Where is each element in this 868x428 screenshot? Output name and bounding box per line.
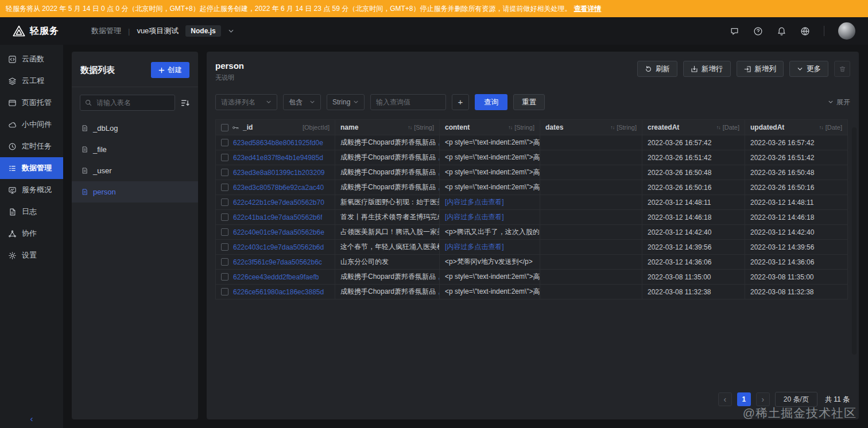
sidebar-item-cloud-function[interactable]: 云函数 <box>0 48 63 70</box>
table-list-item[interactable]: _file <box>72 139 198 160</box>
sidebar-item-settings[interactable]: 设置 <box>0 244 63 266</box>
query-button[interactable]: 查询 <box>475 94 507 110</box>
cell-updatedAt: 2022-03-08 11:32:38 <box>745 285 848 299</box>
cell-createdAt: 2022-03-08 11:35:00 <box>642 270 745 285</box>
refresh-icon <box>645 65 652 73</box>
row-id-link[interactable]: 623ed3c80578b6e92ca2ac40 <box>233 184 324 192</box>
sidebar-item-data-management[interactable]: 数据管理 <box>0 157 63 179</box>
cell-createdAt: 2022-03-12 14:46:18 <box>642 210 745 225</box>
row-checkbox[interactable] <box>221 199 228 206</box>
cell-dates <box>540 195 642 210</box>
reset-button[interactable]: 重置 <box>513 94 545 110</box>
table-list-item[interactable]: person <box>72 181 198 203</box>
row-checkbox[interactable] <box>221 139 228 146</box>
add-row-button[interactable]: 新增行 <box>683 61 731 77</box>
filter-value-input[interactable] <box>370 94 446 110</box>
help-icon[interactable] <box>753 26 763 36</box>
sidebar-item-cloud-project[interactable]: 云工程 <box>0 70 63 92</box>
sort-icon[interactable]: ↑↓ <box>610 124 614 130</box>
globe-icon[interactable] <box>800 26 810 36</box>
table-name: _dbLog <box>93 124 118 133</box>
sidebar-item-scheduled-tasks[interactable]: 定时任务 <box>0 135 63 157</box>
row-id-link[interactable]: 623ed3e8a801399c1b203209 <box>233 169 325 177</box>
column-header-dates[interactable]: dates ↑↓[String] <box>540 120 642 135</box>
refresh-button[interactable]: 刷新 <box>637 61 677 77</box>
column-header-content[interactable]: content ↑↓[String] <box>440 120 540 135</box>
filter-type-select[interactable]: String <box>327 94 365 110</box>
row-id-link[interactable]: 623ed58634b8e8061925fd0e <box>233 139 323 147</box>
breadcrumb-separator: | <box>128 27 130 36</box>
sort-list-icon[interactable] <box>180 98 190 108</box>
breadcrumb: 数据管理 | vue项目测试 Node.js <box>91 25 234 37</box>
scrollbar-track[interactable] <box>852 127 857 355</box>
row-id-link[interactable]: 622c422b1c9e7dea50562b70 <box>233 199 324 207</box>
filter-operator-select[interactable]: 包含 <box>283 94 321 110</box>
table-list-item[interactable]: _dbLog <box>72 118 198 139</box>
more-button[interactable]: 更多 <box>789 61 828 77</box>
sidebar-collapse-button[interactable]: ‹ <box>0 414 63 423</box>
select-all-checkbox[interactable] <box>221 124 228 131</box>
cell-content: <p>腾讯又出手了，这次入股的是一家 <box>440 225 540 240</box>
row-id-link[interactable]: 622c403c1c9e7daa50562b6d <box>233 243 324 251</box>
delete-button[interactable] <box>834 61 850 77</box>
sort-icon[interactable]: ↑↓ <box>408 124 412 130</box>
banner-detail-link[interactable]: 查看详情 <box>574 4 602 14</box>
row-id-link[interactable]: 622c41ba1c9e7daa50562b6f <box>233 213 322 221</box>
cell-updatedAt: 2022-03-12 14:42:40 <box>745 225 848 240</box>
avatar[interactable] <box>838 22 855 40</box>
feedback-icon[interactable] <box>730 26 739 36</box>
grid-body: 623ed58634b8e8061925fd0e 成毅携手Chopard萧邦香氛… <box>216 135 848 299</box>
table-list-item[interactable]: _user <box>72 160 198 181</box>
row-id-link[interactable]: 622c40e01c9e7daa50562b6e <box>233 228 324 236</box>
cell-id: 623ed3c80578b6e92ca2ac40 <box>216 180 335 195</box>
sidebar-item-logs[interactable]: 日志 <box>0 201 63 223</box>
total-count: 共 11 条 <box>825 395 850 404</box>
create-table-button[interactable]: 创建 <box>151 62 189 78</box>
row-id-link[interactable]: 6226ce561980ac186ec3885d <box>233 288 324 296</box>
table-search-input[interactable] <box>80 95 175 111</box>
cell-id: 622c403c1c9e7daa50562b6d <box>216 240 335 255</box>
add-filter-button[interactable]: + <box>452 94 469 110</box>
table-icon <box>81 146 88 153</box>
prev-page-button[interactable]: ‹ <box>718 392 732 406</box>
row-id-link[interactable]: 623ed41e837f8e4b1e94985d <box>233 154 323 162</box>
cell-id: 622c422b1c9e7dea50562b70 <box>216 195 335 210</box>
column-header-id: _id [ObjectId] <box>216 120 335 135</box>
sort-icon[interactable]: ↑↓ <box>508 124 512 130</box>
chevron-down-icon[interactable] <box>228 28 234 34</box>
row-checkbox[interactable] <box>221 154 228 161</box>
row-checkbox[interactable] <box>221 288 228 295</box>
row-id-link[interactable]: 622c3f561c9e7daa50562b6c <box>233 258 322 266</box>
row-checkbox[interactable] <box>221 243 228 251</box>
current-page-button[interactable]: 1 <box>737 392 751 406</box>
row-id-link[interactable]: 6226cee43eddd2fbea9faefb <box>233 273 319 281</box>
breadcrumb-section[interactable]: 数据管理 <box>91 26 121 36</box>
sort-icon[interactable]: ↑↓ <box>819 124 823 130</box>
sidebar-item-service-overview[interactable]: 服务概况 <box>0 179 63 201</box>
row-checkbox[interactable] <box>221 213 228 221</box>
column-header-updatedAt[interactable]: updatedAt ↑↓[Date] <box>745 120 848 135</box>
row-checkbox[interactable] <box>221 273 228 281</box>
next-page-button[interactable]: › <box>756 392 770 406</box>
expand-toggle[interactable]: 展开 <box>828 98 850 107</box>
column-header-createdAt[interactable]: createdAt ↑↓[Date] <box>642 120 745 135</box>
page-size-select[interactable]: 20 条/页 <box>775 392 817 407</box>
column-header-name[interactable]: name ↑↓[String] <box>335 120 440 135</box>
row-checkbox[interactable] <box>221 169 228 176</box>
logo[interactable]: 轻服务 <box>13 25 59 37</box>
cell-name: 首发丨再生技术领导者圣博玛完成数亿 <box>335 210 440 225</box>
row-checkbox[interactable] <box>221 184 228 191</box>
sidebar-item-page-hosting[interactable]: 页面托管 <box>0 92 63 114</box>
row-checkbox[interactable] <box>221 258 228 266</box>
layers-icon <box>8 77 17 85</box>
filter-column-select[interactable]: 请选择列名 <box>215 94 277 110</box>
sidebar-item-label: 日志 <box>22 207 37 217</box>
env-badge[interactable]: Node.js <box>185 25 220 37</box>
sort-icon[interactable]: ↑↓ <box>716 124 720 130</box>
add-column-button[interactable]: 新增列 <box>737 61 784 77</box>
cell-id: 622c40e01c9e7daa50562b6e <box>216 225 335 240</box>
bell-icon[interactable] <box>777 26 786 36</box>
sidebar-item-collaboration[interactable]: 协作 <box>0 223 63 244</box>
sidebar-item-middleware[interactable]: 小中间件 <box>0 114 63 135</box>
row-checkbox[interactable] <box>221 228 228 236</box>
